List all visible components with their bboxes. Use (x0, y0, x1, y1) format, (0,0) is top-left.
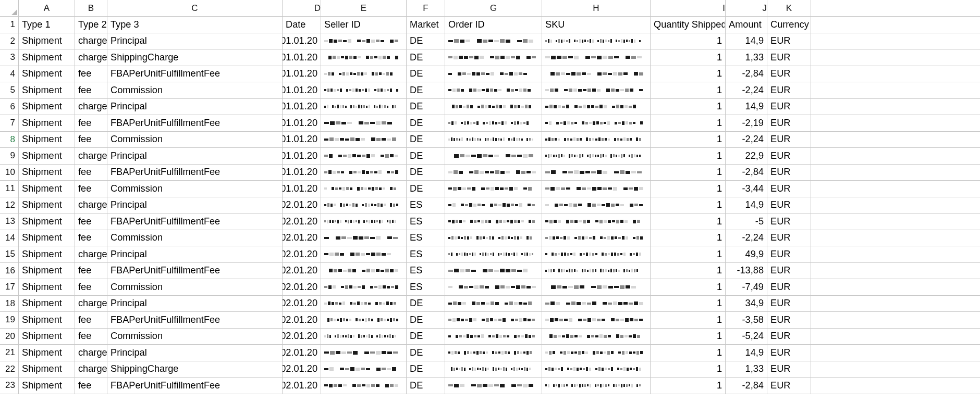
cell[interactable]: Shipment (19, 115, 75, 131)
cell[interactable]: fee (75, 329, 107, 345)
column-header-A[interactable]: A (19, 0, 75, 16)
cell[interactable] (321, 66, 407, 82)
cell[interactable] (542, 148, 651, 164)
cell[interactable]: fee (75, 263, 107, 279)
cell[interactable] (321, 213, 407, 230)
cell[interactable]: 1 (651, 246, 726, 262)
cell[interactable]: Shipment (19, 361, 75, 378)
cell[interactable]: EUR (767, 378, 811, 394)
cell[interactable] (445, 361, 542, 378)
cell[interactable]: 02.01.20 (283, 246, 321, 262)
row-header-15[interactable]: 15 (0, 246, 19, 262)
cell[interactable]: -2,84 (726, 66, 767, 82)
cell[interactable]: EUR (767, 279, 811, 295)
cell[interactable]: 22,9 (726, 148, 767, 164)
cell[interactable]: 02.01.20 (283, 263, 321, 279)
cell[interactable]: 1 (651, 165, 726, 181)
cell[interactable]: ES (407, 197, 445, 213)
cell[interactable] (321, 345, 407, 361)
cell[interactable]: SKU (542, 17, 651, 33)
cell[interactable]: Principal (107, 99, 283, 115)
row-header-1[interactable]: 1 (0, 17, 19, 33)
cell[interactable] (445, 329, 542, 345)
cell[interactable]: ES (407, 279, 445, 295)
column-header-H[interactable]: H (542, 0, 651, 16)
cell[interactable]: Quantity Shipped (651, 17, 726, 33)
column-header-B[interactable]: B (75, 0, 107, 16)
cell[interactable]: 01.01.20 (283, 132, 321, 148)
cell[interactable]: 02.01.20 (283, 361, 321, 378)
cell[interactable]: Commission (107, 279, 283, 295)
cell[interactable]: EUR (767, 33, 811, 49)
cell[interactable] (321, 246, 407, 262)
cell[interactable] (445, 246, 542, 262)
column-header-G[interactable]: G (445, 0, 542, 16)
cell[interactable]: 1 (651, 361, 726, 378)
cell[interactable]: 01.01.20 (283, 33, 321, 49)
cell[interactable]: EUR (767, 296, 811, 312)
cell[interactable] (445, 213, 542, 230)
cell[interactable] (542, 66, 651, 82)
cell[interactable]: -2,19 (726, 115, 767, 131)
cell[interactable]: EUR (767, 66, 811, 82)
cell[interactable]: charge (75, 345, 107, 361)
cell[interactable]: Date (283, 17, 321, 33)
cell[interactable]: DE (407, 296, 445, 312)
cell[interactable] (321, 132, 407, 148)
cell[interactable]: 1 (651, 213, 726, 230)
cell[interactable]: DE (407, 361, 445, 378)
cell[interactable]: 1 (651, 378, 726, 394)
cell[interactable] (542, 312, 651, 328)
cell[interactable]: 1 (651, 197, 726, 213)
cell[interactable]: 01.01.20 (283, 99, 321, 115)
cell[interactable] (542, 246, 651, 262)
cell[interactable]: Commission (107, 329, 283, 345)
row-header-23[interactable]: 23 (0, 378, 19, 394)
cell[interactable]: DE (407, 99, 445, 115)
cell[interactable]: fee (75, 213, 107, 230)
cell[interactable]: 1 (651, 132, 726, 148)
cell[interactable]: Shipment (19, 148, 75, 164)
cell[interactable]: fee (75, 312, 107, 328)
cell[interactable]: charge (75, 49, 107, 66)
cell[interactable]: 49,9 (726, 246, 767, 262)
cell[interactable] (542, 165, 651, 181)
cell[interactable]: EUR (767, 148, 811, 164)
cell[interactable]: EUR (767, 230, 811, 246)
cell[interactable]: 02.01.20 (283, 279, 321, 295)
row-header-17[interactable]: 17 (0, 279, 19, 295)
cell[interactable]: -2,84 (726, 165, 767, 181)
cell[interactable]: Shipment (19, 230, 75, 246)
cell[interactable] (321, 263, 407, 279)
cell[interactable]: 1 (651, 329, 726, 345)
cell[interactable] (445, 99, 542, 115)
row-header-3[interactable]: 3 (0, 49, 19, 66)
cell[interactable] (321, 296, 407, 312)
cell[interactable]: Principal (107, 345, 283, 361)
cell[interactable]: Commission (107, 82, 283, 98)
cell[interactable]: 1 (651, 263, 726, 279)
cell[interactable]: EUR (767, 246, 811, 262)
cell[interactable]: Shipment (19, 312, 75, 328)
cell[interactable]: 14,9 (726, 197, 767, 213)
cell[interactable]: Shipment (19, 213, 75, 230)
cell[interactable]: Amount (726, 17, 767, 33)
cell[interactable]: charge (75, 197, 107, 213)
row-header-16[interactable]: 16 (0, 263, 19, 279)
cell[interactable]: Type 2 (75, 17, 107, 33)
cell[interactable]: Commission (107, 230, 283, 246)
cell[interactable]: DE (407, 345, 445, 361)
cell[interactable]: 02.01.20 (283, 345, 321, 361)
cell[interactable]: 02.01.20 (283, 197, 321, 213)
cell[interactable]: charge (75, 33, 107, 49)
cell[interactable] (542, 115, 651, 131)
cell[interactable]: Principal (107, 197, 283, 213)
cell[interactable]: -2,24 (726, 230, 767, 246)
column-header-E[interactable]: E (321, 0, 407, 16)
column-header-K[interactable]: K (767, 0, 811, 16)
row-header-7[interactable]: 7 (0, 115, 19, 131)
cell[interactable]: EUR (767, 115, 811, 131)
column-header-I[interactable]: I (651, 0, 726, 16)
cell[interactable]: EUR (767, 329, 811, 345)
row-header-2[interactable]: 2 (0, 33, 19, 49)
